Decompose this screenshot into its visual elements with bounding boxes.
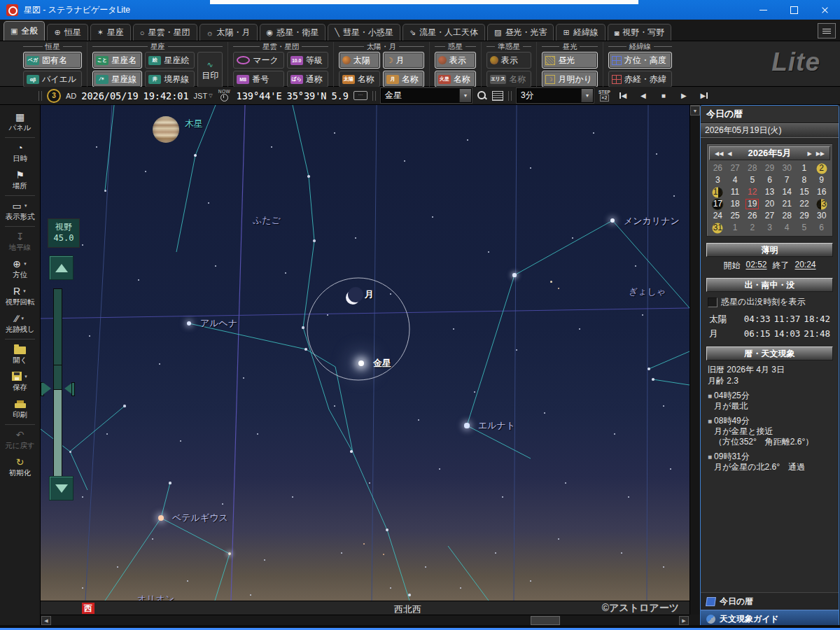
venus-planet[interactable] [358, 360, 364, 366]
twilight-start-time[interactable]: 02:52 [746, 260, 766, 272]
ribbon-button-方位・高度[interactable]: 方位・高度 [608, 52, 672, 69]
calendar-next-month-button[interactable]: ▶ [806, 150, 814, 157]
calendar-day[interactable]: 16 [813, 186, 830, 198]
tab-太陽・月[interactable]: ☼太陽・月 [200, 24, 258, 41]
calendar-day[interactable]: 11 [727, 186, 744, 198]
skip-to-end-button[interactable]: ▶ [696, 90, 712, 102]
calendar-day[interactable]: 26 [709, 162, 727, 174]
tab-全般[interactable]: ▣全般 [4, 21, 45, 41]
ribbon-button-通称[interactable]: ばら通称 [287, 71, 328, 88]
calendar-day[interactable]: 26 [743, 210, 761, 222]
chevron-down-icon[interactable]: ▼ [581, 89, 593, 102]
date-field[interactable]: 2026/05/19 [81, 90, 138, 102]
scroll-left-button[interactable]: ◀ [41, 616, 51, 625]
stop-button[interactable]: ■ [656, 90, 671, 102]
calendar-day[interactable]: 17 [709, 198, 727, 210]
close-button[interactable] [809, 0, 840, 20]
calendar-day[interactable]: 23 [813, 198, 830, 210]
skip-to-start-button[interactable]: ◀ [615, 90, 631, 102]
toolbar-button-表示形式[interactable]: ▭▼表示形式 [0, 197, 40, 225]
scroll-right-button[interactable]: ▶ [679, 616, 689, 625]
vertical-scrollbar[interactable]: ▲ ▼ [690, 105, 701, 615]
toolbar-grip[interactable] [508, 91, 512, 101]
star-chart[interactable]: 木星ふたごアルヘナメンカリナンぎょしゃエルナトベテルギウスオリオン月金星 視野 … [41, 105, 690, 625]
calendar-prev-month-button[interactable]: ◀ [725, 150, 734, 157]
calendar-day[interactable]: 10 [709, 186, 727, 198]
calendar-day[interactable]: 29 [761, 162, 778, 174]
calendar-day[interactable]: 7 [778, 174, 796, 186]
magnitude-limit-field[interactable]: 5.9 [331, 90, 348, 102]
calendar-day[interactable]: 6 [813, 222, 830, 234]
ribbon-button-星座名[interactable]: こと星座名 [92, 52, 142, 69]
ribbon-button-名称[interactable]: 火星名称 [435, 71, 476, 88]
ribbon-button-境界線[interactable]: 井境界線 [145, 71, 195, 88]
tab-恒星[interactable]: ⊕恒星 [47, 24, 88, 41]
ribbon-button-太陽[interactable]: 太陽 [339, 52, 380, 69]
calendar-next-year-button[interactable]: ▶▶ [814, 150, 827, 157]
calendar-day[interactable]: 5 [796, 222, 813, 234]
chevron-down-icon[interactable]: ▼ [459, 89, 471, 102]
calendar-day[interactable]: 14 [778, 186, 796, 198]
toolbar-grip[interactable] [372, 91, 376, 101]
now-clock-button[interactable]: NOW [218, 90, 232, 102]
ribbon-button-番号[interactable]: M8番号 [233, 71, 284, 88]
time-field[interactable]: 19:42:01 [144, 90, 189, 102]
ribbon-button-名称[interactable]: 太陽名称 [339, 71, 380, 88]
object-list-icon[interactable] [492, 91, 503, 101]
show-planet-riseset-checkbox[interactable] [708, 298, 718, 307]
step-x2-button[interactable]: STEP×2 [598, 90, 610, 102]
calendar-day[interactable]: 27 [761, 210, 778, 222]
calendar-day[interactable]: 20 [761, 198, 778, 210]
maximize-button[interactable] [778, 0, 809, 20]
calendar-day[interactable]: 31 [709, 222, 727, 234]
jupiter-planet[interactable] [153, 116, 179, 143]
tab-彗星・小惑星[interactable]: ╲彗星・小惑星 [328, 24, 400, 41]
latitude-field[interactable]: 35°39'N [287, 90, 327, 102]
ribbon-button-等級[interactable]: 10.0等級 [287, 52, 328, 69]
fov-slider[interactable] [53, 288, 62, 490]
tab-経緯線[interactable]: ⊞経緯線 [556, 24, 605, 41]
calendar-day[interactable]: 15 [796, 186, 813, 198]
calendar-day[interactable]: 1 [796, 162, 813, 174]
calendar-day[interactable]: 2 [813, 162, 830, 174]
calendar-day[interactable]: 22 [796, 198, 813, 210]
calendar-day[interactable]: 5 [743, 174, 761, 186]
toolbar-button-視野回転[interactable]: R▼視野回転 [0, 283, 40, 310]
calendar-prev-year-button[interactable]: ◀◀ [713, 150, 725, 157]
calendar-day[interactable]: 2 [743, 222, 761, 234]
toolbar-button-パネル[interactable]: ▦パネル [0, 108, 40, 136]
ribbon-button-固有名[interactable]: ベガ固有名 [23, 52, 82, 69]
toolbar-button-印刷[interactable]: 印刷 [0, 396, 40, 423]
ribbon-button-月明かり[interactable]: ☽月明かり [542, 71, 598, 88]
calendar-day[interactable]: 27 [727, 162, 744, 174]
twilight-end-time[interactable]: 20:24 [795, 260, 816, 272]
calendar-day[interactable]: 24 [709, 210, 727, 222]
moon-object[interactable] [346, 289, 361, 304]
horizontal-scrollbar[interactable]: ◀ ▶ [41, 615, 690, 626]
tab-視野・写野[interactable]: ◙視野・写野 [608, 24, 672, 41]
calendar-day-selected[interactable]: 19 [743, 198, 761, 210]
scroll-down-button[interactable]: ▼ [690, 106, 700, 115]
calendar-day[interactable]: 13 [761, 186, 778, 198]
longitude-field[interactable]: 139°44'E [237, 90, 282, 102]
ribbon-button-表示[interactable]: 表示 [435, 52, 476, 69]
calendar-day[interactable]: 18 [727, 198, 744, 210]
ribbon-button-名称[interactable]: エリス名称 [486, 71, 532, 88]
toolbar-button-初期化[interactable]: ↻初期化 [0, 454, 40, 481]
toolbar-button-方位[interactable]: ⊕▼方位 [0, 255, 40, 283]
panel-tab-今日の暦[interactable]: 今日の暦 [701, 592, 839, 610]
tab-星座[interactable]: ✶星座 [90, 24, 131, 41]
toolbar-button-日時[interactable]: ◔日時 [0, 139, 40, 167]
calendar-day[interactable]: 30 [778, 162, 796, 174]
calendar-day[interactable]: 4 [778, 222, 796, 234]
calendar-day[interactable]: 28 [778, 210, 796, 222]
toolbar-button-開く[interactable]: 開く [0, 341, 40, 368]
calendar-day[interactable]: 3 [709, 174, 727, 186]
ribbon-button-バイエル[interactable]: αβバイエル [23, 71, 82, 88]
ribbon-button-赤経・赤緯[interactable]: 赤経・赤緯 [608, 71, 672, 88]
keypad-icon[interactable]: ··· [354, 91, 368, 100]
calendar-day[interactable]: 29 [796, 210, 813, 222]
tab-昼光・光害[interactable]: ▨昼光・光害 [487, 24, 554, 41]
calendar-day[interactable]: 4 [727, 174, 744, 186]
tab-星雲・星団[interactable]: ○星雲・星団 [133, 24, 197, 41]
